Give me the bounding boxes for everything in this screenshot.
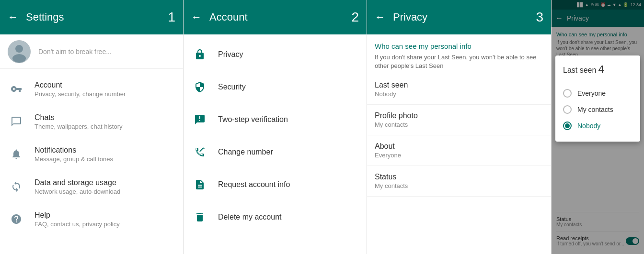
who-can-see-desc: If you don't share your Last Seen, you w… — [375, 53, 543, 70]
data-subtitle: Network usage, auto-download — [34, 188, 120, 195]
privacy-item-profile-photo[interactable]: Profile photo My contacts — [367, 105, 551, 135]
settings-item-chats[interactable]: Chats Theme, wallpapers, chat history — [0, 105, 183, 138]
account-title: Account — [34, 81, 126, 89]
account-title: Account — [209, 11, 347, 23]
radio-my-contacts-label: My contacts — [577, 106, 613, 113]
account-text: Account Privacy, security, change number — [34, 81, 126, 98]
chat-icon — [8, 113, 25, 130]
radio-everyone[interactable]: Everyone — [563, 85, 632, 101]
radio-everyone-circle — [563, 89, 572, 98]
profile-name: Don't aim to break free... — [38, 48, 112, 55]
help-title: Help — [34, 211, 120, 220]
change-number-label: Change number — [218, 148, 273, 156]
two-step-label: Two-step verification — [218, 115, 288, 124]
svg-point-1 — [15, 45, 23, 53]
account-number: 2 — [351, 10, 359, 25]
account-item-request-info[interactable]: Request account info — [184, 168, 367, 201]
privacy-number: 3 — [536, 10, 543, 25]
settings-panel: ← Settings 1 Don't aim to break free... … — [0, 0, 184, 254]
settings-item-notifications[interactable]: Notifications Message, group & call tone… — [0, 138, 183, 170]
radio-my-contacts[interactable]: My contacts — [563, 101, 632, 118]
notifications-title: Notifications — [34, 146, 113, 155]
dialog-number: 4 — [598, 63, 604, 76]
about-value: Everyone — [375, 152, 543, 159]
help-subtitle: FAQ, contact us, privacy policy — [34, 221, 120, 228]
request-info-label: Request account info — [218, 180, 290, 189]
status-value: My contacts — [375, 182, 543, 189]
radio-nobody-circle — [563, 121, 572, 130]
radio-my-contacts-circle — [563, 105, 572, 114]
privacy-header: ← Privacy 3 — [367, 0, 551, 34]
account-item-security[interactable]: Security — [184, 71, 367, 103]
who-can-see-title: Who can see my personal info — [375, 42, 543, 50]
account-subtitle: Privacy, security, change number — [34, 90, 126, 98]
privacy-title: Privacy — [393, 11, 532, 23]
data-title: Data and storage usage — [34, 178, 120, 187]
privacy-label: Privacy — [218, 50, 243, 59]
profile-row[interactable]: Don't aim to break free... — [0, 34, 183, 69]
account-list: Privacy Security Two-step verification — [184, 34, 367, 237]
privacy-item-about[interactable]: About Everyone — [367, 135, 551, 166]
settings-back-button[interactable]: ← — [8, 11, 18, 23]
account-item-privacy[interactable]: Privacy — [184, 38, 367, 71]
delete-account-label: Delete my account — [218, 213, 282, 221]
privacy-back-button[interactable]: ← — [375, 11, 385, 23]
radio-nobody[interactable]: Nobody — [563, 118, 632, 134]
bell-icon — [8, 145, 25, 163]
radio-nobody-label: Nobody — [577, 122, 600, 130]
chats-subtitle: Theme, wallpapers, chat history — [34, 123, 123, 130]
shield-icon — [191, 78, 208, 96]
privacy-list: Last seen Nobody Profile photo My contac… — [367, 74, 551, 197]
trash-icon — [191, 209, 208, 226]
radio-nobody-inner — [565, 123, 570, 128]
data-text: Data and storage usage Network usage, au… — [34, 178, 120, 195]
status-title: Status — [375, 173, 543, 181]
account-panel: ← Account 2 Privacy Security — [184, 0, 367, 254]
phone-edit-icon — [191, 144, 208, 161]
avatar — [8, 40, 31, 63]
profile-photo-value: My contacts — [375, 121, 543, 128]
key-icon — [8, 80, 25, 98]
settings-number: 1 — [168, 10, 175, 25]
account-item-two-step[interactable]: Two-step verification — [184, 103, 367, 136]
privacy-section-header: Who can see my personal info If you don'… — [367, 34, 551, 74]
privacy-item-status[interactable]: Status My contacts — [367, 166, 551, 197]
last-seen-dialog: Last seen 4 Everyone My contacts Nobody — [555, 55, 640, 142]
dialog-title: Last seen — [563, 66, 596, 75]
account-header: ← Account 2 — [184, 0, 367, 34]
lock-icon — [191, 46, 208, 63]
doc-icon — [191, 176, 208, 193]
refresh-icon — [8, 178, 25, 195]
dots-icon — [191, 111, 208, 128]
settings-title: Settings — [26, 11, 164, 23]
settings-item-data[interactable]: Data and storage usage Network usage, au… — [0, 170, 183, 203]
help-icon — [8, 210, 25, 228]
privacy-item-last-seen[interactable]: Last seen Nobody — [367, 74, 551, 105]
help-text: Help FAQ, contact us, privacy policy — [34, 211, 120, 228]
account-back-button[interactable]: ← — [191, 11, 202, 23]
chats-text: Chats Theme, wallpapers, chat history — [34, 113, 123, 130]
settings-list: Account Privacy, security, change number… — [0, 69, 183, 239]
privacy-panel: ← Privacy 3 Who can see my personal info… — [367, 0, 552, 254]
chats-title: Chats — [34, 113, 123, 122]
svg-point-2 — [12, 54, 26, 63]
about-title: About — [375, 142, 543, 151]
settings-header: ← Settings 1 — [0, 0, 183, 34]
notifications-text: Notifications Message, group & call tone… — [34, 146, 113, 163]
last-seen-title: Last seen — [375, 81, 543, 89]
profile-photo-title: Profile photo — [375, 111, 543, 120]
notifications-subtitle: Message, group & call tones — [34, 155, 113, 163]
account-item-delete[interactable]: Delete my account — [184, 201, 367, 233]
radio-everyone-label: Everyone — [577, 89, 606, 97]
settings-item-help[interactable]: Help FAQ, contact us, privacy policy — [0, 203, 183, 235]
security-label: Security — [218, 83, 246, 91]
last-seen-value: Nobody — [375, 90, 543, 98]
dialog-panel: ▊▊ ▲ ⊛ ✉ ⏰ ☁ ▼ ▲ 🔋 12:34 ← Privacy Who c… — [552, 0, 644, 254]
account-item-change-number[interactable]: Change number — [184, 136, 367, 168]
settings-item-account[interactable]: Account Privacy, security, change number — [0, 73, 183, 105]
